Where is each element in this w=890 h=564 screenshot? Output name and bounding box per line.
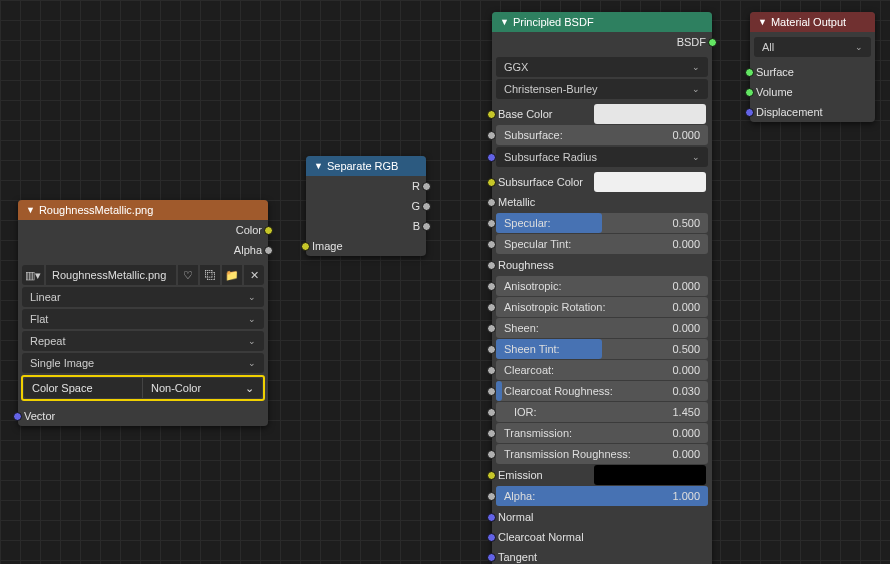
interpolation-select[interactable]: Linear⌄	[22, 287, 264, 307]
socket-roughness-in[interactable]	[487, 261, 496, 270]
socket-alpha-in[interactable]	[487, 492, 496, 501]
socket-displacement-in[interactable]	[745, 108, 754, 117]
subsurface-color-label: Subsurface Color	[498, 176, 588, 188]
chevron-down-icon: ⌄	[248, 336, 256, 346]
subsurface-method-select[interactable]: Christensen-Burley⌄	[496, 79, 708, 99]
socket-vector-in[interactable]	[13, 412, 22, 421]
socket-sheen-in[interactable]	[487, 324, 496, 333]
interpolation-value: Linear	[30, 291, 61, 303]
socket-r-out[interactable]	[422, 182, 431, 191]
unlink-image-button[interactable]: ✕	[244, 265, 264, 285]
socket-normal-in[interactable]	[487, 513, 496, 522]
source-select[interactable]: Single Image⌄	[22, 353, 264, 373]
anisotropic-slider[interactable]: Anisotropic:0.000	[496, 276, 708, 296]
base-color-label: Base Color	[498, 108, 588, 120]
roughness-label: Roughness	[498, 259, 554, 271]
chevron-down-icon: ⌄	[692, 84, 700, 94]
socket-specular-tint-in[interactable]	[487, 240, 496, 249]
source-value: Single Image	[30, 357, 94, 369]
subsurface-slider[interactable]: Subsurface:0.000	[496, 125, 708, 145]
extension-select[interactable]: Repeat⌄	[22, 331, 264, 351]
normal-label: Normal	[498, 511, 533, 523]
socket-clearcoat-in[interactable]	[487, 366, 496, 375]
socket-basecolor-in[interactable]	[487, 110, 496, 119]
node-header-image-texture[interactable]: ▼ RoughnessMetallic.png	[18, 200, 268, 220]
transmission-slider[interactable]: Transmission:0.000	[496, 423, 708, 443]
alpha-slider[interactable]: Alpha:1.000	[496, 486, 708, 506]
socket-transmission-in[interactable]	[487, 429, 496, 438]
color-space-select[interactable]: Color Space Non-Color⌄	[24, 378, 262, 398]
socket-subsurface-radius-in[interactable]	[487, 153, 496, 162]
projection-select[interactable]: Flat⌄	[22, 309, 264, 329]
emission-swatch[interactable]	[594, 465, 706, 485]
socket-clearcoat-rough-in[interactable]	[487, 387, 496, 396]
socket-b-out[interactable]	[422, 222, 431, 231]
volume-label: Volume	[756, 86, 793, 98]
node-header-bsdf[interactable]: ▼ Principled BSDF	[492, 12, 712, 32]
collapse-icon: ▼	[314, 161, 323, 171]
node-header-material-output[interactable]: ▼ Material Output	[750, 12, 875, 32]
chevron-down-icon: ⌄	[248, 314, 256, 324]
node-principled-bsdf[interactable]: ▼ Principled BSDF BSDF GGX⌄ Christensen-…	[492, 12, 712, 564]
chevron-down-icon: ⌄	[855, 42, 863, 52]
socket-subsurface-in[interactable]	[487, 131, 496, 140]
aniso-rot-slider[interactable]: Anisotropic Rotation:0.000	[496, 297, 708, 317]
trans-rough-slider[interactable]: Transmission Roughness:0.000	[496, 444, 708, 464]
socket-ior-in[interactable]	[487, 408, 496, 417]
socket-emission-in[interactable]	[487, 471, 496, 480]
fake-user-button[interactable]: ♡	[178, 265, 198, 285]
socket-surface-in[interactable]	[745, 68, 754, 77]
socket-color-out[interactable]	[264, 226, 273, 235]
surface-label: Surface	[756, 66, 794, 78]
projection-value: Flat	[30, 313, 48, 325]
node-header-separate-rgb[interactable]: ▼ Separate RGB	[306, 156, 426, 176]
output-g-label: G	[411, 200, 420, 212]
output-alpha-label: Alpha	[234, 244, 262, 256]
node-title: Separate RGB	[327, 160, 399, 172]
socket-aniso-rot-in[interactable]	[487, 303, 496, 312]
socket-trans-rough-in[interactable]	[487, 450, 496, 459]
node-material-output[interactable]: ▼ Material Output All⌄ Surface Volume Di…	[750, 12, 875, 122]
subsurface-radius-dropdown[interactable]: Subsurface Radius⌄	[496, 147, 708, 167]
target-select[interactable]: All⌄	[754, 37, 871, 57]
base-color-swatch[interactable]	[594, 104, 706, 124]
distribution-select[interactable]: GGX⌄	[496, 57, 708, 77]
socket-metallic-in[interactable]	[487, 198, 496, 207]
socket-sheen-tint-in[interactable]	[487, 345, 496, 354]
open-image-button[interactable]: 📁	[222, 265, 242, 285]
socket-g-out[interactable]	[422, 202, 431, 211]
output-r-label: R	[412, 180, 420, 192]
socket-specular-in[interactable]	[487, 219, 496, 228]
clearcoat-slider[interactable]: Clearcoat:0.000	[496, 360, 708, 380]
specular-tint-slider[interactable]: Specular Tint:0.000	[496, 234, 708, 254]
chevron-down-icon: ⌄	[245, 382, 254, 395]
subsurface-color-swatch[interactable]	[594, 172, 706, 192]
specular-slider[interactable]: Specular:0.500	[496, 213, 708, 233]
clearcoat-rough-slider[interactable]: Clearcoat Roughness:0.030	[496, 381, 708, 401]
sheen-tint-slider[interactable]: Sheen Tint:0.500	[496, 339, 708, 359]
image-file-name[interactable]: RoughnessMetallic.png	[46, 265, 176, 285]
node-image-texture[interactable]: ▼ RoughnessMetallic.png Color Alpha ▥▾ R…	[18, 200, 268, 426]
socket-subsurface-color-in[interactable]	[487, 178, 496, 187]
socket-volume-in[interactable]	[745, 88, 754, 97]
sheen-slider[interactable]: Sheen:0.000	[496, 318, 708, 338]
ior-slider[interactable]: IOR:1.450	[496, 402, 708, 422]
socket-bsdf-out[interactable]	[708, 38, 717, 47]
clearcoat-normal-label: Clearcoat Normal	[498, 531, 584, 543]
socket-aniso-in[interactable]	[487, 282, 496, 291]
node-title: RoughnessMetallic.png	[39, 204, 153, 216]
socket-tangent-in[interactable]	[487, 553, 496, 562]
image-datablock-icon[interactable]: ▥▾	[22, 265, 44, 285]
chevron-down-icon: ⌄	[248, 292, 256, 302]
socket-alpha-out[interactable]	[264, 246, 273, 255]
output-alpha-row: Alpha	[18, 240, 268, 260]
node-title: Principled BSDF	[513, 16, 594, 28]
displacement-label: Displacement	[756, 106, 823, 118]
output-b-label: B	[413, 220, 420, 232]
new-image-button[interactable]: ⿻	[200, 265, 220, 285]
socket-clearcoat-normal-in[interactable]	[487, 533, 496, 542]
input-vector-label: Vector	[24, 410, 55, 422]
socket-image-in[interactable]	[301, 242, 310, 251]
node-separate-rgb[interactable]: ▼ Separate RGB R G B Image	[306, 156, 426, 256]
tangent-label: Tangent	[498, 551, 537, 563]
